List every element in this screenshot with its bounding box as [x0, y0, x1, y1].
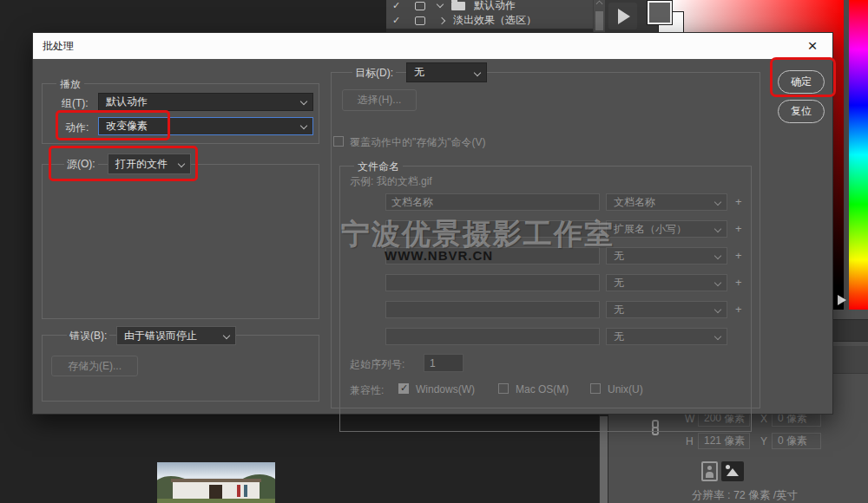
modal-dialog-toggle-icon[interactable] [415, 2, 425, 10]
destination-dropdown[interactable]: 无 [406, 62, 487, 82]
unix-checkbox [590, 383, 601, 394]
check-icon[interactable]: ✓ [392, 15, 404, 26]
hue-slider-pointer[interactable] [838, 295, 846, 305]
destination-label: 目标(D): [352, 66, 396, 81]
play-action-button[interactable] [608, 3, 637, 29]
annotation-box-ok [770, 57, 836, 97]
error-dropdown[interactable]: 由于错误而停止 [116, 326, 236, 345]
macos-label: Mac OS(M) [516, 383, 569, 395]
set-dropdown[interactable]: 默认动作 [98, 93, 313, 111]
y-label: Y [760, 435, 767, 447]
file-naming-title: 文件命名 [354, 160, 403, 174]
hue-slider[interactable] [849, 0, 868, 310]
plus-icon: + [735, 249, 742, 262]
naming-dropdown-4: 无 [606, 274, 727, 291]
chevron-down-icon[interactable] [437, 1, 444, 8]
action-item-label[interactable]: 淡出效果（选区） [453, 13, 536, 28]
actions-scrollbar[interactable] [593, 0, 605, 32]
naming-dropdown-6: 无 [606, 328, 727, 345]
watermark-url: WWW.NBVR.CN [385, 248, 493, 263]
annotation-box-source [49, 146, 198, 181]
action-set-label[interactable]: 默认动作 [474, 0, 516, 13]
actions-row-fade-effect[interactable]: ✓ 淡出效果（选区） [386, 13, 593, 28]
check-icon[interactable]: ✓ [392, 0, 404, 11]
scroll-up-icon[interactable] [596, 1, 603, 8]
error-label: 错误(B): [67, 329, 109, 343]
chevron-down-icon [300, 122, 307, 129]
plus-icon: + [735, 276, 742, 289]
windows-checkbox [398, 383, 409, 394]
resolution-text: 分辨率 : 72 像素 /英寸 [692, 488, 798, 503]
set-label: 组(T): [62, 96, 89, 111]
canvas-image [157, 462, 275, 503]
override-save-as-label: 覆盖动作中的"存储为"命令(V) [350, 135, 486, 150]
serial-number-label: 起始序列号: [350, 357, 404, 372]
chevron-right-icon[interactable] [438, 16, 445, 23]
chevron-down-icon [714, 199, 721, 206]
chevron-down-icon [714, 252, 721, 259]
play-group-title: 播放 [56, 77, 84, 92]
chevron-down-icon [474, 69, 481, 76]
y-field: 0 像素 [772, 433, 821, 449]
dialog-title: 批处理 [43, 39, 74, 54]
naming-field-6 [385, 328, 600, 345]
plus-icon: + [735, 303, 742, 316]
reset-button[interactable]: 复位 [778, 100, 825, 123]
play-icon [618, 9, 630, 24]
folder-icon [451, 2, 465, 10]
foreground-color-swatch[interactable] [648, 1, 672, 24]
landscape-orientation-button [721, 461, 744, 481]
dialog-titlebar[interactable]: 批处理 × [33, 33, 832, 59]
photoshop-screen: ✓ 默认动作 ✓ 淡出效果（选区） W 200 像素 X [0, 0, 868, 503]
naming-example: 示例: 我的文档.gif [350, 174, 432, 189]
naming-dropdown-5: 无 [606, 301, 727, 318]
naming-field-5 [385, 301, 600, 318]
compatibility-label: 兼容性: [350, 383, 384, 398]
plus-icon: + [735, 195, 742, 208]
chevron-down-icon [300, 98, 307, 105]
scrollbar-thumb[interactable] [595, 11, 603, 30]
save-as-button: 存储为(E)... [51, 356, 138, 376]
portrait-orientation-button [701, 461, 718, 481]
chevron-down-icon [714, 279, 721, 286]
annotation-box-action [56, 110, 170, 140]
chevron-down-icon [714, 306, 721, 313]
actions-panel: ✓ 默认动作 ✓ 淡出效果（选区） [386, 0, 593, 32]
height-field: 121 像素 [698, 433, 750, 449]
serial-number-field [424, 354, 464, 372]
source-group [42, 164, 319, 319]
x-label: X [760, 413, 767, 425]
height-label: H [686, 435, 694, 447]
chevron-down-icon [714, 225, 721, 232]
naming-field-1 [385, 193, 600, 211]
unix-label: Unix(U) [608, 383, 643, 395]
actions-row-default-set[interactable]: ✓ 默认动作 [386, 0, 593, 13]
chevron-down-icon [223, 332, 230, 339]
close-icon[interactable]: × [799, 33, 825, 59]
modal-dialog-toggle-icon[interactable] [415, 16, 425, 25]
chevron-down-icon [714, 333, 721, 340]
naming-dropdown-1: 文档名称 [606, 193, 727, 211]
macos-checkbox [498, 383, 509, 394]
naming-dropdown-2: 扩展名（小写） [606, 220, 727, 238]
override-save-as-checkbox [333, 136, 344, 147]
naming-dropdown-3: 无 [606, 247, 727, 265]
plus-icon: + [735, 222, 742, 235]
choose-button: 选择(H)... [342, 89, 417, 111]
naming-field-4 [385, 274, 600, 291]
windows-label: Windows(W) [416, 383, 475, 395]
